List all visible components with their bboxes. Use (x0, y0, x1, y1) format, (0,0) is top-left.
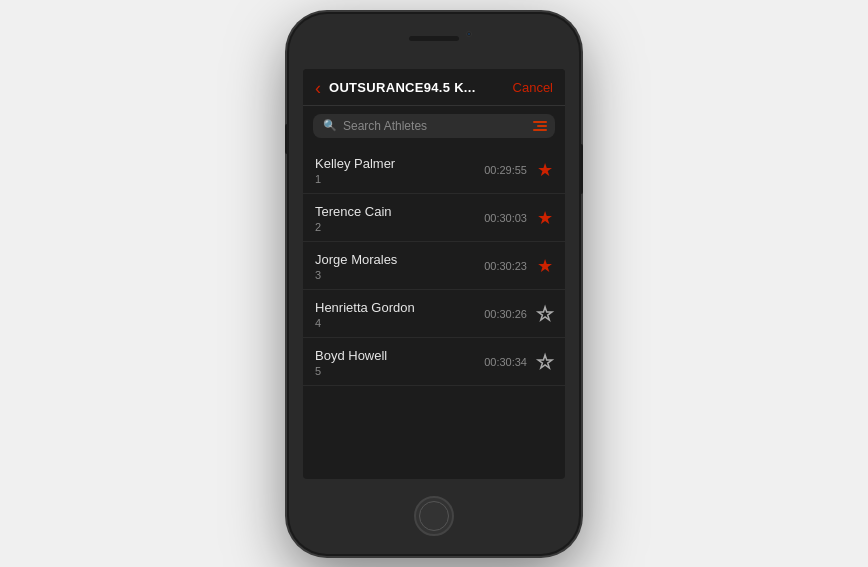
search-bar: 🔍 Search Athletes (303, 106, 565, 146)
athletes-list: Kelley Palmer100:29:55★Terence Cain200:3… (303, 146, 565, 386)
athlete-info: Kelley Palmer1 (315, 156, 484, 185)
athlete-info: Boyd Howell5 (315, 348, 484, 377)
athlete-name: Henrietta Gordon (315, 300, 484, 315)
star-empty-icon[interactable]: ★ (537, 353, 553, 371)
athlete-info: Henrietta Gordon4 (315, 300, 484, 329)
athlete-rank: 2 (315, 221, 484, 233)
star-filled-icon[interactable]: ★ (537, 257, 553, 275)
filter-lines-icon (533, 121, 547, 131)
athlete-name: Jorge Morales (315, 252, 484, 267)
search-input-wrapper[interactable]: 🔍 Search Athletes (313, 114, 555, 138)
athlete-name: Kelley Palmer (315, 156, 484, 171)
athlete-time: 00:30:03 (484, 212, 527, 224)
back-icon[interactable]: ‹ (315, 79, 321, 97)
home-button[interactable] (414, 496, 454, 536)
header-title: OUTSURANCE94.5 K... (329, 80, 513, 95)
phone-speaker (409, 36, 459, 41)
athlete-info: Terence Cain2 (315, 204, 484, 233)
phone-device: ‹ OUTSURANCE94.5 K... Cancel 🔍 Search At… (289, 14, 579, 554)
search-placeholder-text: Search Athletes (343, 119, 545, 133)
athlete-row[interactable]: Jorge Morales300:30:23★ (303, 242, 565, 290)
cancel-button[interactable]: Cancel (513, 80, 553, 95)
star-empty-icon[interactable]: ★ (537, 305, 553, 323)
phone-camera (466, 31, 472, 37)
athlete-row[interactable]: Henrietta Gordon400:30:26★ (303, 290, 565, 338)
athlete-row[interactable]: Boyd Howell500:30:34★ (303, 338, 565, 386)
athlete-row[interactable]: Kelley Palmer100:29:55★ (303, 146, 565, 194)
phone-body: ‹ OUTSURANCE94.5 K... Cancel 🔍 Search At… (289, 14, 579, 554)
athlete-name: Boyd Howell (315, 348, 484, 363)
star-filled-icon[interactable]: ★ (537, 209, 553, 227)
app-header: ‹ OUTSURANCE94.5 K... Cancel (303, 69, 565, 106)
filter-icon[interactable] (533, 121, 547, 131)
athlete-rank: 3 (315, 269, 484, 281)
athlete-rank: 1 (315, 173, 484, 185)
athlete-info: Jorge Morales3 (315, 252, 484, 281)
athlete-name: Terence Cain (315, 204, 484, 219)
athlete-time: 00:30:34 (484, 356, 527, 368)
athlete-rank: 5 (315, 365, 484, 377)
athlete-time: 00:30:23 (484, 260, 527, 272)
athlete-time: 00:30:26 (484, 308, 527, 320)
search-icon: 🔍 (323, 119, 337, 132)
athlete-row[interactable]: Terence Cain200:30:03★ (303, 194, 565, 242)
athlete-time: 00:29:55 (484, 164, 527, 176)
star-filled-icon[interactable]: ★ (537, 161, 553, 179)
phone-screen: ‹ OUTSURANCE94.5 K... Cancel 🔍 Search At… (303, 69, 565, 479)
athlete-rank: 4 (315, 317, 484, 329)
